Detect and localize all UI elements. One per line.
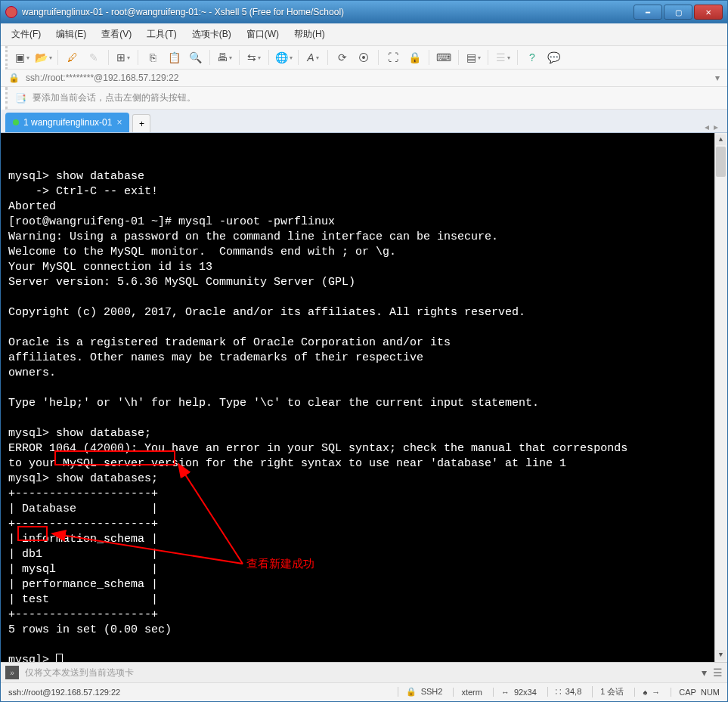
lock-icon: 🔒 (406, 687, 417, 697)
separator (488, 50, 488, 65)
reconnect-button[interactable]: 🖊 (64, 49, 81, 66)
new-tab-button[interactable]: + (132, 114, 150, 132)
window-controls: ━ ▢ ✕ (634, 5, 723, 20)
scrollbar-thumb[interactable] (716, 147, 726, 177)
print-button[interactable]: 🖶 (216, 49, 233, 66)
session-tab[interactable]: 1 wangruifenglinux-01 × (5, 113, 129, 132)
close-button[interactable]: ✕ (694, 5, 723, 20)
tab-close-button[interactable]: × (116, 117, 122, 128)
size-icon: ↔ (501, 688, 510, 697)
menu-help[interactable]: 帮助(H) (291, 26, 328, 42)
stop-button[interactable]: ⦿ (355, 49, 372, 66)
separator (429, 50, 429, 65)
hint-bar: 📑 要添加当前会话，点击左侧的箭头按钮。 (5, 87, 727, 110)
menu-tabs[interactable]: 选项卡(B) (189, 26, 234, 42)
tab-bar: 1 wangruifenglinux-01 × + ◂ ▸ (1, 110, 727, 133)
separator (378, 50, 379, 65)
status-sessions: 1 会话 (600, 686, 624, 697)
terminal-scrollbar[interactable]: ▲ ▼ (714, 133, 727, 662)
window-title: wangruifenglinux-01 - root@wangruifeng-0… (22, 7, 629, 17)
fullscreen-button[interactable]: ⛶ (385, 49, 401, 66)
input-menu-icon[interactable]: ☰ (713, 666, 723, 679)
menu-file[interactable]: 文件(F) (8, 26, 44, 42)
input-bar: » 仅将文本发送到当前选项卡 ▾ ☰ (1, 662, 727, 682)
status-protocol: SSH2 (421, 687, 443, 697)
status-pos: 34,8 (565, 687, 581, 697)
address-bar[interactable]: 🔒 ssh://root:********@192.168.57.129:22 … (1, 70, 727, 87)
menu-window[interactable]: 窗口(W) (243, 26, 282, 42)
refresh-button[interactable]: ⟳ (334, 49, 351, 66)
help-button[interactable]: ? (524, 49, 541, 66)
tab-nav: ◂ ▸ (705, 122, 723, 132)
terminal-content: mysql> show database -> Ctrl-C -- exit! … (8, 154, 720, 662)
sess-next-icon[interactable]: → (652, 688, 660, 697)
address-text: ssh://root:********@192.168.57.129:22 (26, 73, 178, 83)
new-session-button[interactable]: ▣ (14, 49, 30, 66)
panel-button[interactable]: ☰ (494, 49, 511, 66)
input-dropdown-icon[interactable]: ▾ (702, 666, 707, 679)
paste-button[interactable]: 📋 (166, 49, 182, 66)
annotation-text: 查看新建成功 (246, 556, 314, 571)
maximize-button[interactable]: ▢ (664, 5, 692, 20)
bookmark-icon[interactable]: 📑 (15, 93, 26, 104)
separator (57, 50, 58, 65)
input-field[interactable]: 仅将文本发送到当前选项卡 (25, 666, 695, 679)
menu-view[interactable]: 查看(V) (98, 26, 135, 42)
separator (108, 50, 109, 65)
separator (209, 50, 210, 65)
status-cap: CAP (679, 688, 696, 697)
menubar: 文件(F) 编辑(E) 查看(V) 工具(T) 选项卡(B) 窗口(W) 帮助(… (1, 23, 727, 46)
scroll-down-icon[interactable]: ▼ (716, 650, 726, 660)
chevron-down-icon[interactable]: ▾ (715, 73, 720, 83)
globe-button[interactable]: 🌐 (275, 49, 292, 66)
status-num: NUM (701, 688, 720, 697)
separator (268, 50, 269, 65)
separator (239, 50, 240, 65)
font-button[interactable]: A (305, 49, 321, 66)
separator (517, 50, 518, 65)
send-icon[interactable]: » (5, 666, 19, 679)
disconnect-button[interactable]: ✎ (85, 49, 102, 66)
layout-button[interactable]: ▤ (465, 49, 482, 66)
find-button[interactable]: 🔍 (187, 49, 203, 66)
properties-button[interactable]: ⊞ (115, 49, 132, 66)
separator (458, 50, 459, 65)
menu-edit[interactable]: 编辑(E) (53, 26, 89, 42)
transfer-button[interactable]: ⇆ (246, 49, 262, 66)
keyboard-button[interactable]: ⌨ (435, 49, 452, 66)
separator (298, 50, 299, 65)
titlebar: wangruifenglinux-01 - root@wangruifeng-0… (1, 1, 727, 23)
scroll-up-icon[interactable]: ▲ (716, 135, 726, 145)
status-bar: ssh://root@192.168.57.129:22 🔒SSH2 xterm… (1, 682, 727, 700)
separator (327, 50, 328, 65)
status-size: 92x34 (514, 688, 537, 697)
hint-text: 要添加当前会话，点击左侧的箭头按钮。 (33, 91, 196, 104)
open-button[interactable]: 📂 (35, 49, 51, 66)
status-term: xterm (461, 688, 482, 697)
sess-prev-icon[interactable]: ♠ (643, 688, 647, 697)
app-icon (5, 6, 17, 18)
terminal[interactable]: mysql> show database -> Ctrl-C -- exit! … (1, 133, 727, 662)
tab-prev-icon[interactable]: ◂ (705, 122, 709, 132)
tab-label: 1 wangruifenglinux-01 (23, 117, 112, 128)
pos-icon: ⸬ (556, 687, 561, 697)
chat-button[interactable]: 💬 (545, 49, 562, 66)
status-dot-icon (13, 119, 19, 125)
menu-tools[interactable]: 工具(T) (144, 26, 179, 42)
tab-next-icon[interactable]: ▸ (714, 122, 718, 132)
copy-button[interactable]: ⎘ (144, 49, 161, 66)
status-connection: ssh://root@192.168.57.129:22 (8, 688, 120, 697)
toolbar: ▣ 📂 🖊 ✎ ⊞ ⎘ 📋 🔍 🖶 ⇆ 🌐 A ⟳ ⦿ ⛶ 🔒 ⌨ ▤ ☰ ? … (5, 46, 727, 70)
lock-button[interactable]: 🔒 (406, 49, 423, 66)
minimize-button[interactable]: ━ (634, 5, 662, 20)
separator (138, 50, 138, 65)
lock-icon: 🔒 (8, 73, 20, 83)
